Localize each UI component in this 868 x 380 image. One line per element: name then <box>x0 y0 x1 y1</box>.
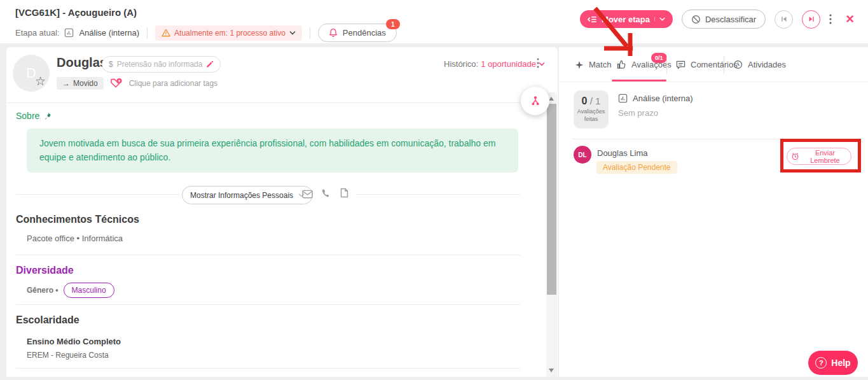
deadline-label: Sem prazo <box>618 108 658 118</box>
diversidade-heading: Diversidade <box>16 265 74 276</box>
mover-etapa-button[interactable]: Mover etapa <box>580 10 673 28</box>
next-candidate-button[interactable] <box>802 10 820 29</box>
warning-icon <box>162 29 170 37</box>
divider <box>356 194 520 195</box>
separator <box>724 55 724 74</box>
phone-icon[interactable] <box>321 188 331 199</box>
separator <box>147 27 148 39</box>
desclassificar-label: Desclassificar <box>705 15 756 24</box>
score-box: 0 / 1 Avaliações feitas <box>574 90 609 129</box>
favorite-star-icon[interactable]: ☆ <box>35 74 46 88</box>
block-icon <box>691 15 701 24</box>
comment-icon <box>676 60 685 69</box>
score-done: 0 <box>582 95 588 106</box>
candidate-name: Douglas <box>57 55 107 70</box>
pushpin-icon <box>43 112 52 120</box>
skip-next-icon <box>808 15 815 23</box>
stage-chart-icon <box>64 28 74 38</box>
previous-candidate-button[interactable] <box>775 10 793 29</box>
tab-comentarios-label: Comentários <box>691 60 738 69</box>
match-sparkle-icon <box>575 60 584 69</box>
genero-value-pill: Masculino <box>64 283 114 298</box>
separator <box>310 27 310 39</box>
divider <box>6 102 558 103</box>
bell-icon <box>329 28 338 38</box>
skip-previous-icon <box>780 15 788 23</box>
divider <box>16 255 520 255</box>
pretensao-pill[interactable]: $ Pretensão não informada <box>102 56 221 73</box>
avaliacoes-count-badge: 0/1 <box>651 53 667 63</box>
chevron-down-icon <box>289 31 296 35</box>
clock-icon <box>733 60 743 69</box>
divider <box>16 368 520 369</box>
toggle-label: Mostrar Informações Pessoais <box>190 191 293 200</box>
pendencias-count-badge: 1 <box>386 19 400 29</box>
close-icon[interactable]: × <box>846 12 854 26</box>
scroll-up-arrow[interactable] <box>549 97 554 101</box>
active-process-text: Atualmente em: 1 processo ativo <box>174 29 286 38</box>
pendencias-button[interactable]: Pendências 1 <box>318 24 397 42</box>
tab-atividades-label: Atividades <box>748 60 786 69</box>
active-process-alert[interactable]: Atualmente em: 1 processo ativo <box>155 25 302 41</box>
question-icon: ? <box>815 357 827 369</box>
thumbs-up-icon <box>617 60 626 69</box>
mover-etapa-label: Mover etapa <box>602 15 650 24</box>
stage-label: Etapa atual: <box>15 28 59 38</box>
candidate-card: D ☆ Douglas $ Pretensão não informada → … <box>6 47 558 377</box>
scrollbar-thumb[interactable] <box>547 104 556 295</box>
chevron-down-icon <box>539 62 545 66</box>
divider <box>16 304 520 305</box>
chevron-down-icon <box>654 17 665 21</box>
about-text: Jovem motivada em busca de sua primeira … <box>27 129 518 172</box>
conhecimentos-heading: Conhecimentos Técnicos <box>16 214 139 225</box>
evaluation-stage-name: Análise (interna) <box>633 94 693 103</box>
stage-chart-icon <box>618 94 628 103</box>
top-bar: [VCG61K] - Açougueiro (A) Etapa atual: A… <box>0 0 868 43</box>
scroll-down-arrow[interactable] <box>549 369 554 372</box>
pipeline-float-button[interactable] <box>521 87 549 115</box>
card-kebab-menu-icon[interactable] <box>537 58 539 68</box>
reviewer-name: Douglas Lima <box>597 148 648 158</box>
annotation-rectangle <box>780 139 861 172</box>
pendencias-label: Pendências <box>343 28 386 38</box>
right-panel: Match Avaliações 0/1 Comentários Ativida… <box>559 47 868 377</box>
movido-label: Movido <box>73 79 98 88</box>
separator <box>666 55 667 74</box>
divider <box>16 194 180 195</box>
tab-match-label: Match <box>589 60 611 69</box>
tab-atividades[interactable]: Atividades <box>733 60 786 69</box>
move-stage-icon <box>588 15 597 24</box>
help-button[interactable]: ? Help <box>808 351 858 375</box>
historico-link: 1 oportunidade <box>481 59 536 69</box>
arrow-right-icon: → <box>62 79 70 88</box>
score-total: / 1 <box>588 95 601 106</box>
help-label: Help <box>831 358 850 368</box>
candidate-modal: [VCG61K] - Açougueiro (A) Etapa atual: A… <box>0 0 868 380</box>
add-tags-label[interactable]: Clique para adicionar tags <box>129 79 217 88</box>
pretensao-placeholder: Pretensão não informada <box>117 60 203 69</box>
score-caption: Avaliações feitas <box>575 108 607 123</box>
dollar-icon: $ <box>109 60 113 69</box>
add-tag-icon[interactable] <box>110 78 123 89</box>
pencil-icon <box>206 60 214 68</box>
status-badge: Avaliação Pendente <box>596 161 677 174</box>
hierarchy-icon <box>530 95 541 106</box>
conhecimentos-value: Pacote office • Informática <box>27 234 123 243</box>
escolaridade-heading: Escolaridade <box>16 314 79 326</box>
stage-value: Análise (interna) <box>79 28 139 38</box>
movido-tag: → Movido <box>57 77 104 90</box>
document-icon[interactable] <box>340 188 348 198</box>
tab-match[interactable]: Match <box>575 60 611 69</box>
tab-comentarios[interactable]: Comentários <box>676 60 738 69</box>
show-personal-info-toggle[interactable]: Mostrar Informações Pessoais <box>182 186 313 204</box>
desclassificar-button[interactable]: Desclassificar <box>682 10 766 29</box>
job-title: [VCG61K] - Açougueiro (A) <box>15 7 397 18</box>
kebab-menu-icon[interactable] <box>829 14 832 24</box>
historico-label: Histórico: <box>444 59 478 69</box>
scrollbar <box>546 92 557 377</box>
sobre-heading: Sobre <box>16 111 39 121</box>
genero-label: Gênero • <box>27 286 59 295</box>
email-icon[interactable] <box>302 190 313 199</box>
historico-dropdown[interactable]: Histórico: 1 oportunidade <box>444 59 545 69</box>
escolaridade-degree: Ensino Médio Completo <box>27 337 121 346</box>
